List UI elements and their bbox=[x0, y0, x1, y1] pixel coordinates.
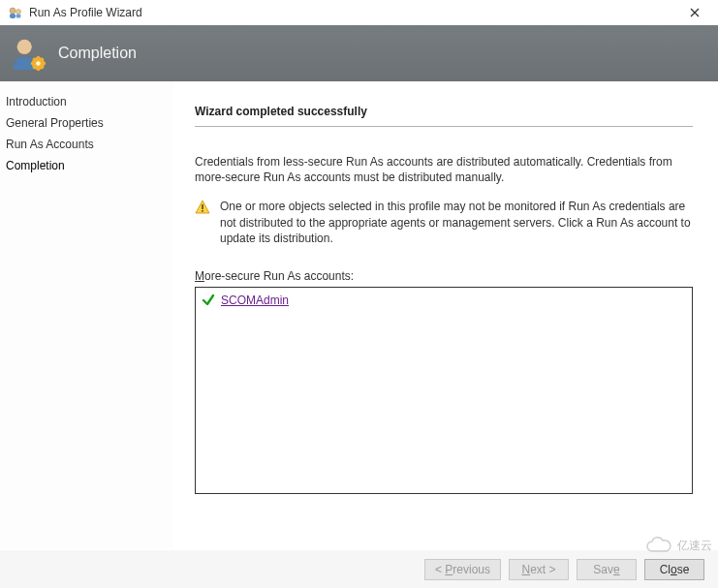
svg-line-13 bbox=[33, 58, 35, 60]
accounts-listbox[interactable]: SCOMAdmin bbox=[195, 287, 693, 494]
close-hotkey: o bbox=[671, 563, 677, 576]
next-button: Next > bbox=[509, 559, 569, 580]
svg-rect-1 bbox=[10, 14, 16, 18]
previous-button: < Previous bbox=[424, 559, 501, 580]
accounts-list-label-rest: ore-secure Run As accounts: bbox=[204, 269, 354, 283]
save-button: Save bbox=[577, 559, 637, 580]
previous-rest: revious bbox=[453, 563, 490, 576]
account-link[interactable]: SCOMAdmin bbox=[221, 294, 289, 307]
close-icon bbox=[690, 8, 700, 17]
sidebar-item-introduction[interactable]: Introduction bbox=[6, 91, 168, 112]
app-icon bbox=[8, 5, 23, 20]
titlebar: Run As Profile Wizard bbox=[0, 0, 718, 25]
save-hotkey: e bbox=[613, 563, 620, 576]
svg-point-6 bbox=[17, 40, 32, 54]
close-footer-button[interactable]: Close bbox=[644, 559, 704, 580]
account-row: SCOMAdmin bbox=[202, 292, 686, 309]
body: Introduction General Properties Run As A… bbox=[0, 81, 718, 549]
svg-line-15 bbox=[42, 58, 44, 60]
next-hotkey: N bbox=[521, 563, 530, 576]
svg-point-2 bbox=[16, 10, 21, 15]
svg-rect-3 bbox=[16, 15, 21, 18]
next-rest: ext > bbox=[530, 563, 555, 576]
save-pre: Sav bbox=[593, 563, 613, 576]
svg-rect-18 bbox=[202, 210, 203, 212]
window-title: Run As Profile Wizard bbox=[29, 6, 675, 19]
checkmark-icon bbox=[202, 294, 215, 307]
sidebar-item-run-as-accounts[interactable]: Run As Accounts bbox=[6, 134, 168, 155]
banner-user-gear-icon bbox=[10, 35, 47, 72]
warning-text: One or more objects selected in this pro… bbox=[220, 199, 693, 246]
banner: Completion bbox=[0, 25, 718, 81]
banner-title: Completion bbox=[58, 45, 137, 62]
accounts-list-label-hotkey: M bbox=[195, 269, 204, 283]
warning-row: One or more objects selected in this pro… bbox=[195, 199, 693, 246]
content: Wizard completed successfully Credential… bbox=[173, 81, 718, 549]
footer: < Previous Next > Save Close bbox=[0, 549, 718, 588]
svg-rect-17 bbox=[202, 204, 203, 209]
page-heading: Wizard completed successfully bbox=[195, 105, 693, 127]
close-button[interactable] bbox=[675, 0, 714, 25]
sidebar-item-completion[interactable]: Completion bbox=[6, 155, 168, 176]
accounts-list-label: More-secure Run As accounts: bbox=[195, 269, 693, 283]
sidebar: Introduction General Properties Run As A… bbox=[0, 81, 173, 549]
close-pre: Cl bbox=[660, 563, 671, 576]
svg-point-0 bbox=[10, 8, 16, 14]
warning-icon bbox=[195, 200, 210, 215]
svg-line-14 bbox=[42, 67, 44, 69]
description-text: Credentials from less-secure Run As acco… bbox=[195, 154, 693, 185]
svg-point-8 bbox=[36, 61, 41, 66]
sidebar-item-general-properties[interactable]: General Properties bbox=[6, 112, 168, 134]
close-rest: se bbox=[677, 563, 690, 576]
svg-line-16 bbox=[33, 67, 35, 69]
